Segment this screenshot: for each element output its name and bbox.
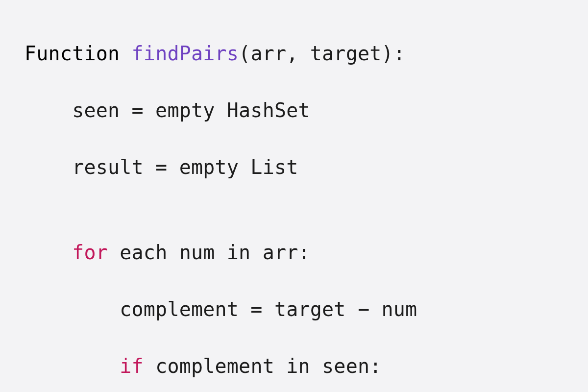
code-line: seen = empty HashSet: [24, 96, 588, 124]
code-block: Function findPairs(arr, target): seen = …: [0, 0, 588, 392]
code-line: for each num in arr:: [24, 238, 588, 267]
function-name: findPairs: [132, 42, 239, 65]
page-root: Function findPairs(arr, target): seen = …: [0, 0, 588, 392]
keyword-for: for: [72, 241, 108, 264]
code-line: if complement in seen:: [24, 352, 588, 380]
code-line: complement = target − num: [24, 295, 588, 323]
code-line: Function findPairs(arr, target):: [24, 39, 588, 68]
params: (arr, target):: [239, 42, 405, 65]
code-line: result = empty List: [24, 153, 588, 181]
keyword-if: if: [120, 355, 144, 377]
keyword-function: Function: [24, 42, 120, 65]
